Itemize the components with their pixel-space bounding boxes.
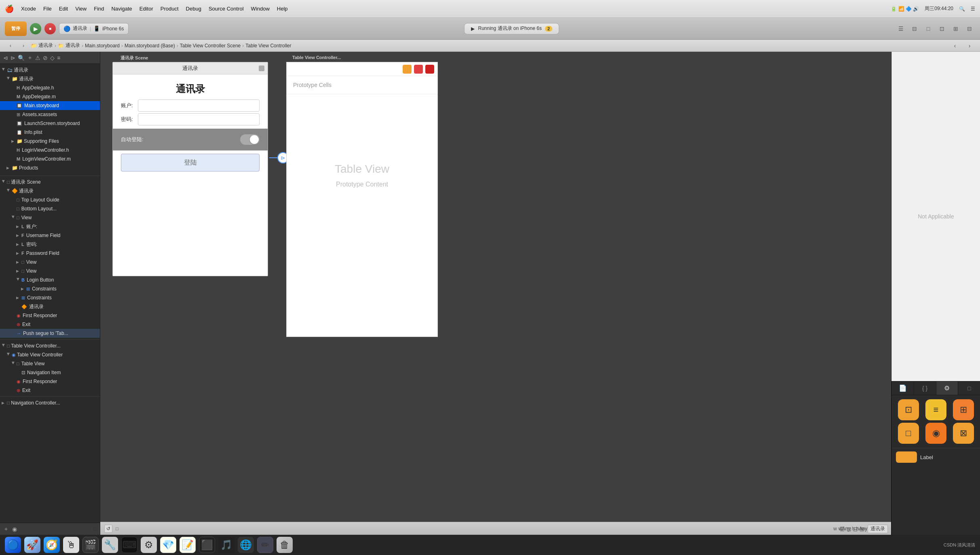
inspector-toggle[interactable]: □: [923, 23, 934, 34]
canvas-toolbar-icon-4[interactable]: ⊞: [860, 526, 864, 532]
lib-item-6[interactable]: ⊠: [951, 423, 976, 444]
nav-pwd-field[interactable]: ▶ F Password Field: [0, 249, 100, 258]
scheme-selector[interactable]: 🔵 通讯录 | 📱 iPhone 6s: [59, 23, 129, 34]
dock-launchpad[interactable]: 🚀: [24, 537, 40, 553]
dock-dark[interactable]: ⬛: [199, 537, 215, 553]
dock-terminal[interactable]: ⌨: [121, 537, 137, 553]
nav-item-products[interactable]: ▶ 📁 Products: [0, 163, 100, 172]
nav-item-assets[interactable]: ⊞ Assets.xcassets: [0, 110, 100, 119]
breadcrumb-controller[interactable]: Table View Controller: [245, 43, 291, 49]
dock-notes[interactable]: 📝: [180, 537, 196, 553]
nav-warning-icon[interactable]: ⚠: [35, 55, 40, 61]
nav-scene-tongxunlu[interactable]: ▶ □ 通讯录 Scene: [0, 178, 100, 186]
dock-safari[interactable]: 🧭: [44, 537, 60, 553]
menu-source-control[interactable]: Source Control: [209, 6, 244, 12]
breadcrumb-group[interactable]: 📁 通讯录: [58, 42, 80, 49]
nav-item-loginvc-m[interactable]: M LoginViewController.m: [0, 155, 100, 163]
dock-trash[interactable]: 🗑: [277, 537, 293, 553]
menu-find[interactable]: Find: [94, 6, 104, 12]
lib-item-1[interactable]: ⊡: [896, 399, 921, 420]
lib-tab-code[interactable]: { }: [914, 381, 936, 395]
nav-item-supporting-files[interactable]: ▶ 📁 Supporting Files: [0, 137, 100, 146]
nav-item-main-storyboard[interactable]: 🔲 Main.storyboard: [0, 101, 100, 110]
nav-list-icon[interactable]: ≡: [57, 55, 60, 61]
lib-item-3[interactable]: ⊞: [951, 399, 976, 420]
username-input-mockup[interactable]: [138, 100, 260, 112]
nav-vc-tongxunlu[interactable]: ▶ 🔶 通讯录: [0, 186, 100, 195]
nav-item-root[interactable]: ▶ 🗂 通讯录: [0, 66, 100, 74]
nav-nav-item[interactable]: ⊡ Navigation Item: [0, 368, 100, 377]
login-btn-mockup[interactable]: 登陆: [121, 154, 260, 172]
nav-error-icon[interactable]: ⊘: [43, 55, 48, 61]
menu-window[interactable]: Window: [251, 6, 270, 12]
nav-item-launch-storyboard[interactable]: 🔲 LaunchScreen.storyboard: [0, 119, 100, 128]
dock-sketch[interactable]: 💎: [160, 537, 176, 553]
menu-debug[interactable]: Debug: [186, 6, 201, 12]
nav-navcontroller-scene[interactable]: ▶ □ Navigation Controller...: [0, 398, 100, 407]
dock-video[interactable]: 🎬: [82, 537, 99, 553]
breadcrumb-forward[interactable]: ›: [18, 40, 29, 51]
nav-filter-icon[interactable]: 🔍: [18, 55, 25, 61]
nav-exit[interactable]: ⊗ Exit: [0, 320, 100, 329]
dock-edit-tool[interactable]: ✏: [257, 537, 273, 553]
menu-navigate[interactable]: Navigate: [111, 6, 132, 12]
breadcrumb-storyboard-base[interactable]: Main.storyboard (Base): [125, 43, 175, 49]
debug-toggle[interactable]: ⊟: [909, 23, 920, 34]
run-button[interactable]: ▶: [30, 23, 41, 34]
nav-bottom-layout[interactable]: □ Bottom Layout...: [0, 204, 100, 213]
canvas-reset-btn[interactable]: ↺: [104, 525, 112, 533]
lib-item-4[interactable]: □: [896, 423, 921, 444]
nav-add-btn[interactable]: ＋: [3, 525, 9, 533]
nav-user-label[interactable]: ▶ L 账户:: [0, 222, 100, 231]
layout-toggle-3[interactable]: ⊟: [964, 23, 975, 34]
menu-file[interactable]: File: [43, 6, 52, 12]
nav-filter-btn[interactable]: ◉: [12, 526, 17, 532]
nav-tvc-first-responder[interactable]: ◉ First Responder: [0, 377, 100, 386]
breadcrumb-project[interactable]: 📁 通讯录: [31, 42, 53, 49]
nav-tvc[interactable]: ▶ ◉ Table View Controller: [0, 350, 100, 359]
nav-table-view[interactable]: ▶ □ Table View: [0, 359, 100, 368]
nav-first-responder[interactable]: ◉ First Responder: [0, 311, 100, 320]
nav-view-2[interactable]: ▶ □ View: [0, 258, 100, 267]
menu-xcode[interactable]: Xcode: [21, 6, 36, 12]
notification-icon[interactable]: ☰: [971, 6, 975, 12]
dock-mousetools[interactable]: 🖱: [63, 537, 79, 553]
nav-tvc-exit[interactable]: ⊗ Exit: [0, 386, 100, 395]
menu-view[interactable]: View: [75, 6, 87, 12]
lib-item-2[interactable]: ≡: [923, 399, 948, 420]
dock-finder[interactable]: 🔵: [5, 537, 21, 553]
nav-username-field[interactable]: ▶ F Username Field: [0, 231, 100, 240]
nav-item-appdelegate-h[interactable]: H AppDelegate.h: [0, 83, 100, 92]
nav-item-loginvc-h[interactable]: H LoginViewController.h: [0, 146, 100, 155]
menu-edit[interactable]: Edit: [59, 6, 68, 12]
breadcrumb-nav-prev[interactable]: ‹: [949, 40, 961, 51]
nav-login-button[interactable]: ▶ B Login Button: [0, 275, 100, 284]
nav-collapse-icon[interactable]: ⊲: [3, 55, 8, 61]
apple-menu[interactable]: 🍎: [5, 4, 14, 13]
dock-tools[interactable]: 🔧: [102, 537, 118, 553]
menu-editor[interactable]: Editor: [139, 6, 153, 12]
dock-music[interactable]: 🎵: [218, 537, 234, 553]
nav-tongxunlu-vc-label[interactable]: 🔶 通讯录: [0, 302, 100, 311]
lib-tab-objects[interactable]: ⚙: [936, 381, 959, 395]
nav-group-tongxunlu[interactable]: ▶ 📁 通讯录: [0, 74, 100, 83]
nav-item-infoplist[interactable]: 📋 Info.plist: [0, 128, 100, 137]
canvas-icon-1[interactable]: □: [116, 526, 118, 532]
breadcrumb-nav-next[interactable]: ›: [964, 40, 975, 51]
nav-constraints-1[interactable]: ▶ ⊞ Constraints: [0, 284, 100, 293]
nav-view-btn[interactable]: □: [93, 526, 97, 532]
nav-top-layout[interactable]: □ Top Layout Guide: [0, 195, 100, 204]
nav-push-segue[interactable]: → Push segue to 'Tab...: [0, 329, 100, 338]
lib-item-5[interactable]: ◉: [923, 423, 948, 444]
spotlight-icon[interactable]: 🔍: [959, 6, 965, 12]
dock-browser[interactable]: 🌐: [238, 537, 254, 553]
canvas-toolbar-icon-3[interactable]: ⊟: [853, 526, 858, 532]
pause-button[interactable]: 暂停: [5, 21, 27, 36]
nav-tvc-scene[interactable]: ▶ □ Table View Controller...: [0, 341, 100, 350]
nav-item-appdelegate-m[interactable]: M AppDelegate.m: [0, 92, 100, 101]
nav-view[interactable]: ▶ □ View: [0, 213, 100, 222]
navigator-toggle[interactable]: ☰: [895, 23, 906, 34]
nav-test-icon[interactable]: ◇: [50, 55, 55, 61]
lib-tab-media[interactable]: □: [958, 381, 980, 395]
menu-product[interactable]: Product: [161, 6, 179, 12]
